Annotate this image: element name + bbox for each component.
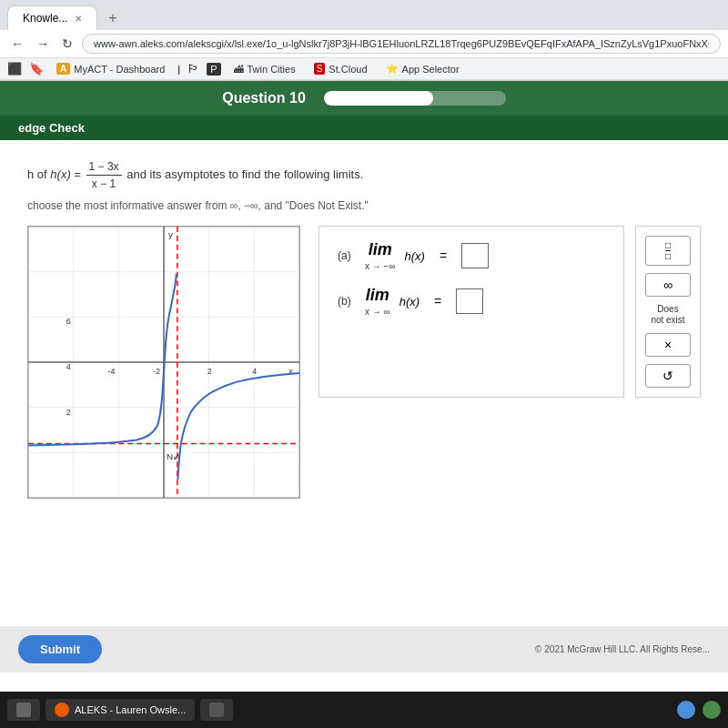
system-tray <box>677 701 721 719</box>
svg-text:4: 4 <box>252 367 257 376</box>
toolbar-icon-1[interactable]: ⬛ <box>7 62 22 76</box>
taskbar-aleks[interactable]: ALEKS - Lauren Owsle... <box>46 699 195 721</box>
tab-close-button[interactable]: ✕ <box>75 14 82 24</box>
options-panel: □□ ∞ Doesnot exist × ↺ <box>635 226 701 398</box>
aleks-header: Question 10 <box>0 81 728 116</box>
appselector-icon: ⭐ <box>386 63 399 75</box>
limit-subscript-b: x → ∞ <box>365 307 390 317</box>
twincities-icon: 🏙 <box>234 64 244 75</box>
stcloud-icon: S <box>314 63 326 75</box>
svg-text:N↙: N↙ <box>167 451 180 461</box>
answer-area: (a) lim x → −∞ h(x) = (b) lim <box>318 226 701 398</box>
svg-text:2: 2 <box>207 367 212 376</box>
times-option-button[interactable]: × <box>645 333 691 357</box>
taskbar-extra-icon <box>209 703 224 717</box>
graph-container: y x 6 4 2 -4 -2 2 4 <box>27 226 300 499</box>
sub-header: edge Check <box>0 116 728 140</box>
h-x-a: h(x) <box>405 249 425 263</box>
bookmark-stcloud[interactable]: S St.Cloud <box>308 61 373 76</box>
bookmark-appselector[interactable]: ⭐ App Selector <box>380 61 465 76</box>
wifi-tray-icon <box>677 701 695 719</box>
toolbar-icon-p[interactable]: P <box>207 63 220 76</box>
svg-text:-2: -2 <box>153 367 160 376</box>
graph-svg: y x 6 4 2 -4 -2 2 4 <box>28 227 299 498</box>
file-explorer-icon <box>16 703 31 717</box>
answer-box-b[interactable] <box>456 288 483 314</box>
section-title: edge Check <box>18 121 85 135</box>
lim-expr-b: lim x → ∞ <box>365 286 390 317</box>
infinity-option-button[interactable]: ∞ <box>645 273 691 297</box>
bookmark-sep1: | <box>177 64 180 75</box>
volume-tray-icon <box>703 701 721 719</box>
svg-text:6: 6 <box>66 317 71 326</box>
limit-row-a: (a) lim x → −∞ h(x) = <box>338 240 605 271</box>
desc-end: and its asymptotes to find the following… <box>126 167 363 181</box>
taskbar-file-explorer[interactable] <box>7 699 40 721</box>
times-icon: × <box>664 338 672 352</box>
svg-text:y: y <box>168 229 173 239</box>
answer-box-a[interactable] <box>461 243 489 268</box>
h-x-b: h(x) <box>399 295 420 308</box>
equals-a: = <box>440 248 447 263</box>
desc-start: h of <box>27 167 50 181</box>
equals-b: = <box>434 294 441 308</box>
taskbar: ALEKS - Lauren Owsle... <box>0 692 728 728</box>
page-content: Question 10 edge Check h of h(x) = 1 − 3… <box>0 81 728 709</box>
back-button[interactable]: ← <box>7 35 27 53</box>
part-b-label: (b) <box>338 295 356 308</box>
infinity-icon: ∞ <box>663 278 672 292</box>
question-label: Question 10 <box>222 90 306 106</box>
bookmark-myact[interactable]: A MyACT - Dashboard <box>51 61 170 76</box>
svg-text:-4: -4 <box>107 367 115 376</box>
problem-description: h of h(x) = 1 − 3x x − 1 and its asympto… <box>27 158 701 192</box>
taskbar-aleks-label: ALEKS - Lauren Owsle... <box>75 704 186 715</box>
bookmark-stcloud-label: St.Cloud <box>329 64 367 75</box>
taskbar-extra[interactable] <box>200 699 233 721</box>
address-input[interactable] <box>82 34 721 54</box>
active-tab[interactable]: Knowle... ✕ <box>7 5 97 30</box>
forward-button[interactable]: → <box>33 35 53 53</box>
address-bar-row: ← → ↻ <box>0 30 728 58</box>
limits-box: (a) lim x → −∞ h(x) = (b) lim <box>318 226 624 398</box>
submit-button[interactable]: Submit <box>18 635 102 663</box>
bookmark-twincities[interactable]: 🏙 Twin Cities <box>228 62 301 76</box>
bottom-bar: Submit © 2021 McGraw Hill LLC. All Right… <box>0 626 728 672</box>
bookmark-appselector-label: App Selector <box>402 64 460 75</box>
fraction-denominator: x − 1 <box>89 176 118 192</box>
problem-area: y x 6 4 2 -4 -2 2 4 <box>27 226 701 499</box>
function-fraction: 1 − 3x x − 1 <box>86 158 122 192</box>
tab-title: Knowle... <box>23 12 67 25</box>
progress-bar-container <box>324 91 506 106</box>
toolbar-icon-2[interactable]: 🔖 <box>29 62 44 76</box>
bookmark-myact-label: MyACT - Dashboard <box>74 64 165 75</box>
fraction-option-icon: □□ <box>665 240 671 261</box>
undo-option-button[interactable]: ↺ <box>645 364 691 388</box>
copyright-text: © 2021 McGraw Hill LLC. All Rights Rese.… <box>535 644 710 654</box>
fraction-option-button[interactable]: □□ <box>645 236 691 266</box>
instruction-text: choose the most informative answer from … <box>27 199 701 212</box>
bookmarks-bar: ⬛ 🔖 A MyACT - Dashboard | 🏳 P 🏙 Twin Cit… <box>0 58 728 80</box>
myact-icon: A <box>56 63 70 75</box>
part-a-label: (a) <box>338 249 356 262</box>
browser-chrome: Knowle... ✕ + ← → ↻ ⬛ 🔖 A MyACT - Dashbo… <box>0 0 728 81</box>
toolbar-icon-flag[interactable]: 🏳 <box>187 62 199 76</box>
reload-button[interactable]: ↻ <box>58 35 76 53</box>
lim-text-a: lim <box>369 240 392 259</box>
lim-expr-a: lim x → −∞ <box>365 240 396 271</box>
new-tab-button[interactable]: + <box>101 6 124 30</box>
limit-row-b: (b) lim x → ∞ h(x) = <box>338 286 605 317</box>
does-not-exist-label: Doesnot exist <box>651 304 684 326</box>
progress-bar-fill <box>324 91 433 106</box>
fraction-numerator: 1 − 3x <box>86 158 122 176</box>
svg-text:2: 2 <box>66 408 71 417</box>
tab-bar: Knowle... ✕ + <box>0 0 728 30</box>
limit-subscript-a: x → −∞ <box>365 261 396 271</box>
lim-text-b: lim <box>366 286 389 305</box>
undo-icon: ↺ <box>662 369 673 383</box>
bookmark-twincities-label: Twin Cities <box>248 64 296 75</box>
svg-text:4: 4 <box>66 362 71 371</box>
aleks-icon <box>55 703 69 717</box>
function-label: h(x) = <box>50 167 84 181</box>
main-content: h of h(x) = 1 − 3x x − 1 and its asympto… <box>0 140 728 695</box>
